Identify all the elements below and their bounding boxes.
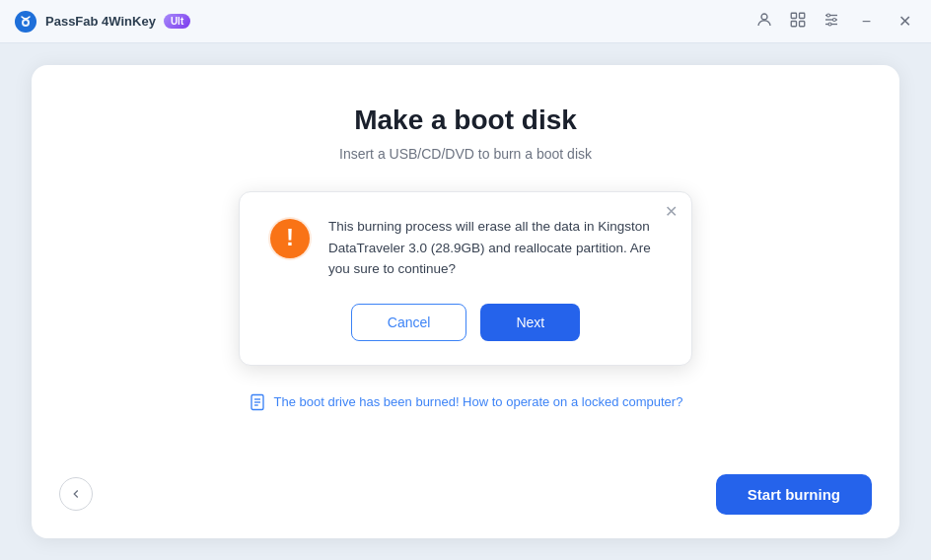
dialog-message: This burning process will erase all the … — [328, 216, 664, 280]
settings-icon[interactable] — [823, 11, 840, 33]
svg-point-13 — [828, 23, 831, 26]
svg-point-2 — [24, 21, 28, 25]
close-button[interactable]: ✕ — [893, 10, 917, 33]
svg-point-11 — [826, 14, 829, 17]
dialog-body: ! This burning process will erase all th… — [267, 216, 664, 280]
svg-point-12 — [832, 18, 835, 21]
document-icon — [249, 393, 266, 411]
confirmation-dialog: ✕ ! This burning process will erase all … — [239, 191, 692, 366]
next-button[interactable]: Next — [480, 304, 580, 341]
page-title: Make a boot disk — [354, 105, 577, 136]
dialog-actions: Cancel Next — [267, 304, 664, 341]
back-arrow-icon — [69, 487, 83, 501]
svg-rect-4 — [791, 13, 796, 18]
grid-icon[interactable] — [789, 11, 807, 33]
back-button[interactable] — [59, 477, 93, 511]
dialog-close-icon[interactable]: ✕ — [665, 204, 678, 220]
ult-badge: Ult — [164, 14, 190, 29]
app-logo-icon — [14, 10, 37, 34]
warning-icon: ! — [267, 216, 313, 261]
app-name: PassFab 4WinKey — [45, 14, 156, 29]
svg-rect-7 — [799, 21, 804, 26]
titlebar-right: − ✕ — [755, 10, 917, 33]
start-burning-button[interactable]: Start burning — [716, 474, 872, 515]
user-icon[interactable] — [755, 11, 773, 33]
cancel-button[interactable]: Cancel — [351, 304, 467, 341]
svg-rect-5 — [799, 13, 804, 18]
main-content: Make a boot disk Insert a USB/CD/DVD to … — [0, 43, 931, 560]
svg-rect-6 — [791, 21, 796, 26]
help-link[interactable]: The boot drive has been burned! How to o… — [249, 393, 683, 411]
titlebar: PassFab 4WinKey Ult − ✕ — [0, 0, 931, 43]
svg-text:!: ! — [286, 224, 294, 250]
help-link-text: The boot drive has been burned! How to o… — [274, 394, 683, 409]
titlebar-left: PassFab 4WinKey Ult — [14, 10, 190, 34]
minimize-button[interactable]: − — [856, 11, 877, 33]
page-subtitle: Insert a USB/CD/DVD to burn a boot disk — [339, 146, 592, 162]
svg-point-3 — [761, 14, 767, 20]
content-card: Make a boot disk Insert a USB/CD/DVD to … — [32, 65, 899, 538]
